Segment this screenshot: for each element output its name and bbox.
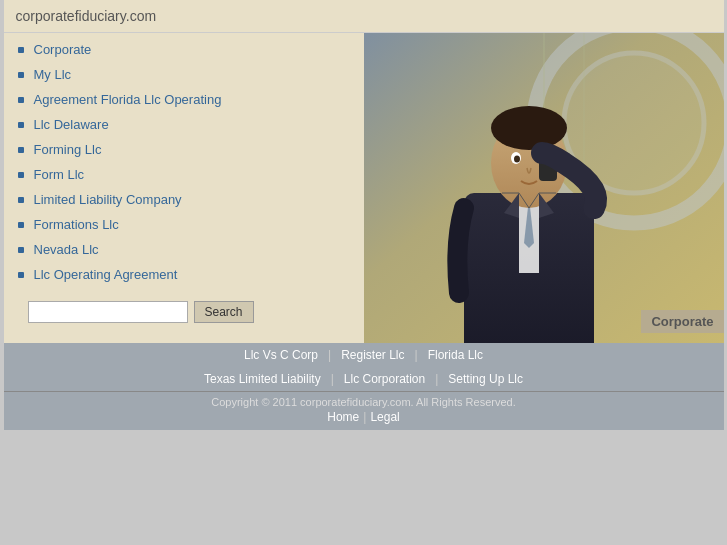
links-row-2: Texas Limited Liability | Llc Corporatio…: [4, 367, 724, 391]
nav-bullet-form-llc: [14, 168, 28, 182]
footer: Copyright © 2011 corporatefiduciary.com.…: [4, 391, 724, 430]
nav-bullet-nevada-llc: [14, 243, 28, 257]
person-illustration: [364, 33, 724, 343]
main-content: CorporateMy LlcAgreement Florida Llc Ope…: [4, 33, 724, 343]
site-title: corporatefiduciary.com: [16, 8, 157, 24]
nav-bullet-llc-delaware: [14, 118, 28, 132]
sidebar-item-label-forming-llc: Forming Llc: [34, 142, 102, 157]
sep-1: |: [328, 348, 331, 362]
photo-area: Corporate: [364, 33, 724, 343]
header: corporatefiduciary.com: [4, 0, 724, 33]
sidebar-item-label-formations-llc: Formations Llc: [34, 217, 119, 232]
svg-point-11: [491, 106, 567, 150]
sidebar-item-llc-delaware[interactable]: Llc Delaware: [4, 112, 364, 137]
links-bar: Llc Vs C Corp | Register Llc | Florida L…: [4, 343, 724, 391]
nav-list: CorporateMy LlcAgreement Florida Llc Ope…: [4, 37, 364, 287]
sidebar-item-label-llc-delaware: Llc Delaware: [34, 117, 109, 132]
sidebar-item-form-llc[interactable]: Form Llc: [4, 162, 364, 187]
sidebar-item-llc-operating[interactable]: Llc Operating Agreement: [4, 262, 364, 287]
page-wrapper: corporatefiduciary.com CorporateMy LlcAg…: [4, 0, 724, 430]
search-area: Search: [4, 287, 364, 337]
sidebar-item-label-agreement-florida: Agreement Florida Llc Operating: [34, 92, 222, 107]
sidebar-item-label-form-llc: Form Llc: [34, 167, 85, 182]
link-llc-vs-c-corp[interactable]: Llc Vs C Corp: [238, 348, 324, 362]
nav-bullet-agreement-florida: [14, 93, 28, 107]
sidebar-item-limited-liability[interactable]: Limited Liability Company: [4, 187, 364, 212]
sidebar-item-label-nevada-llc: Nevada Llc: [34, 242, 99, 257]
svg-point-14: [514, 156, 520, 163]
sidebar-item-nevada-llc[interactable]: Nevada Llc: [4, 237, 364, 262]
nav-bullet-llc-operating: [14, 268, 28, 282]
sidebar-item-label-corporate: Corporate: [34, 42, 92, 57]
link-florida-llc[interactable]: Florida Llc: [422, 348, 489, 362]
sidebar-item-label-llc-operating: Llc Operating Agreement: [34, 267, 178, 282]
sidebar-item-my-llc[interactable]: My Llc: [4, 62, 364, 87]
search-button[interactable]: Search: [194, 301, 254, 323]
sidebar-item-formations-llc[interactable]: Formations Llc: [4, 212, 364, 237]
sep-4: |: [435, 372, 438, 386]
footer-sep: |: [363, 410, 366, 424]
link-llc-corporation[interactable]: Llc Corporation: [338, 372, 431, 386]
photo-background: Corporate: [364, 33, 724, 343]
sidebar-item-corporate[interactable]: Corporate: [4, 37, 364, 62]
sidebar-item-label-my-llc: My Llc: [34, 67, 72, 82]
sep-2: |: [415, 348, 418, 362]
home-link[interactable]: Home: [327, 410, 359, 424]
legal-link[interactable]: Legal: [370, 410, 399, 424]
nav-bullet-my-llc: [14, 68, 28, 82]
nav-bullet-formations-llc: [14, 218, 28, 232]
sidebar: CorporateMy LlcAgreement Florida Llc Ope…: [4, 33, 364, 343]
copyright-text: Copyright © 2011 corporatefiduciary.com.…: [4, 396, 724, 408]
nav-bullet-limited-liability: [14, 193, 28, 207]
corporate-overlay-label: Corporate: [641, 310, 723, 333]
sidebar-item-label-limited-liability: Limited Liability Company: [34, 192, 182, 207]
sidebar-item-agreement-florida[interactable]: Agreement Florida Llc Operating: [4, 87, 364, 112]
link-texas-limited[interactable]: Texas Limited Liability: [198, 372, 327, 386]
nav-bullet-forming-llc: [14, 143, 28, 157]
sidebar-item-forming-llc[interactable]: Forming Llc: [4, 137, 364, 162]
footer-links: Home | Legal: [4, 410, 724, 424]
nav-bullet-corporate: [14, 43, 28, 57]
links-row-1: Llc Vs C Corp | Register Llc | Florida L…: [4, 343, 724, 367]
search-input[interactable]: [28, 301, 188, 323]
link-setting-up-llc[interactable]: Setting Up Llc: [442, 372, 529, 386]
sep-3: |: [331, 372, 334, 386]
link-register-llc[interactable]: Register Llc: [335, 348, 410, 362]
